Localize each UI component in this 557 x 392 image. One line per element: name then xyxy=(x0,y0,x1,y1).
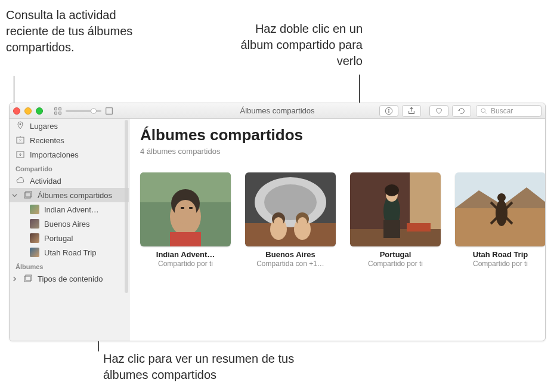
share-button[interactable] xyxy=(402,105,421,117)
svg-rect-24 xyxy=(170,232,201,246)
sidebar-item-imports[interactable]: Importaciones xyxy=(10,147,129,162)
share-icon xyxy=(407,107,416,115)
svg-rect-2 xyxy=(55,112,57,114)
svg-point-28 xyxy=(264,184,317,220)
sidebar-item-recent[interactable]: Recientes xyxy=(10,133,129,147)
album-thumb-icon xyxy=(30,219,39,229)
chevron-down-icon[interactable] xyxy=(12,193,17,198)
callout-summary: Haz clic para ver un resumen de tus álbu… xyxy=(103,351,306,383)
svg-point-10 xyxy=(20,124,21,125)
search-field[interactable]: Buscar xyxy=(476,105,541,117)
album-thumbnail xyxy=(140,172,231,246)
svg-point-8 xyxy=(481,108,485,112)
info-icon xyxy=(385,107,393,115)
svg-point-41 xyxy=(385,184,399,196)
album-subtitle: Compartido por ti xyxy=(455,260,545,268)
svg-rect-23 xyxy=(189,207,193,209)
close-button[interactable] xyxy=(13,107,20,115)
album-thumb-icon xyxy=(30,248,39,257)
svg-rect-4 xyxy=(106,107,113,114)
window-body: Lugares Recientes Importaciones Comparti… xyxy=(10,119,545,341)
titlebar: Álbumes compartidos Buscar xyxy=(10,103,545,119)
svg-rect-1 xyxy=(59,107,61,110)
rotate-icon xyxy=(457,107,466,115)
album-card[interactable]: Buenos Aires Compartida con +1… xyxy=(245,172,336,268)
sidebar: Lugares Recientes Importaciones Comparti… xyxy=(10,119,129,341)
album-title: Utah Road Trip xyxy=(455,250,545,259)
svg-rect-22 xyxy=(181,207,184,209)
album-thumbnail xyxy=(455,172,545,246)
album-subtitle: Compartido por ti xyxy=(140,260,231,268)
rotate-button[interactable] xyxy=(452,105,471,117)
album-card[interactable]: Portugal Compartido por ti xyxy=(350,172,441,268)
minimize-button[interactable] xyxy=(24,107,32,115)
sidebar-shared-album[interactable]: Utah Road Trip xyxy=(10,245,129,260)
favorite-button[interactable] xyxy=(429,105,448,117)
sidebar-item-label: Indian Advent… xyxy=(44,205,99,214)
main-content: Álbumes compartidos 4 álbumes compartido… xyxy=(129,119,545,341)
album-title: Buenos Aires xyxy=(245,250,336,259)
svg-point-6 xyxy=(388,109,389,110)
album-image xyxy=(140,172,231,246)
clock-icon xyxy=(16,135,25,145)
albums-icon xyxy=(23,190,33,200)
svg-rect-38 xyxy=(407,223,431,232)
thumbnail-size-control[interactable] xyxy=(54,107,113,115)
page-subtitle: 4 álbumes compartidos xyxy=(140,147,534,156)
sidebar-item-label: Buenos Aires xyxy=(44,220,90,229)
window-title: Álbumes compartidos xyxy=(240,106,315,115)
grid-large-icon xyxy=(105,107,113,115)
album-image xyxy=(350,172,441,246)
svg-rect-42 xyxy=(383,220,400,238)
sidebar-item-label: Tipos de contenido xyxy=(38,274,103,283)
cloud-icon xyxy=(16,176,25,186)
stack-icon xyxy=(23,274,33,283)
sidebar-shared-album[interactable]: Indian Advent… xyxy=(10,202,129,217)
album-title: Portugal xyxy=(350,250,441,259)
info-button[interactable] xyxy=(379,105,398,117)
pin-icon xyxy=(16,121,25,131)
svg-rect-7 xyxy=(388,110,389,113)
album-title: Indian Advent… xyxy=(140,250,231,259)
sidebar-item-content-types[interactable]: Tipos de contenido xyxy=(10,271,129,286)
sidebar-shared-album[interactable]: Portugal xyxy=(10,231,129,245)
album-grid: Indian Advent… Compartido por ti xyxy=(140,172,534,268)
sidebar-header-shared: Compartido xyxy=(10,162,129,174)
zoom-button[interactable] xyxy=(36,107,43,115)
grid-small-icon xyxy=(54,107,62,115)
sidebar-item-places[interactable]: Lugares xyxy=(10,119,129,133)
sidebar-item-label: Importaciones xyxy=(30,150,79,159)
sidebar-scrollbar[interactable] xyxy=(125,120,128,293)
svg-point-33 xyxy=(274,217,283,228)
svg-rect-3 xyxy=(59,112,61,114)
page-title: Álbumes compartidos xyxy=(140,126,534,144)
sidebar-item-label: Utah Road Trip xyxy=(44,248,96,257)
search-icon xyxy=(480,107,487,115)
svg-rect-0 xyxy=(55,107,57,110)
album-thumbnail xyxy=(350,172,441,246)
album-image xyxy=(455,172,545,246)
import-icon xyxy=(16,150,25,159)
chevron-right-icon[interactable] xyxy=(12,276,17,282)
sidebar-item-label: Álbumes compartidos xyxy=(38,191,112,200)
sidebar-item-shared-albums[interactable]: Álbumes compartidos xyxy=(10,188,129,202)
album-card[interactable]: Utah Road Trip Compartido por ti xyxy=(455,172,545,268)
album-subtitle: Compartido por ti xyxy=(350,260,441,268)
search-placeholder: Buscar xyxy=(491,107,513,115)
svg-point-21 xyxy=(175,200,196,224)
album-thumbnail xyxy=(245,172,336,246)
album-subtitle: Compartida con +1… xyxy=(245,260,336,268)
sidebar-item-label: Recientes xyxy=(30,136,64,145)
sidebar-header-albums: Álbumes xyxy=(10,260,129,271)
slider-thumb[interactable] xyxy=(91,108,97,114)
sidebar-item-activity[interactable]: Actividad xyxy=(10,174,129,188)
sidebar-shared-album[interactable]: Buenos Aires xyxy=(10,217,129,231)
album-thumb-icon xyxy=(30,205,39,214)
heart-icon xyxy=(435,107,443,115)
callout-doubleclick: Haz doble clic en un álbum compartido pa… xyxy=(219,21,363,69)
album-card[interactable]: Indian Advent… Compartido por ti xyxy=(140,172,231,268)
svg-point-49 xyxy=(497,193,506,202)
sidebar-item-label: Portugal xyxy=(44,234,73,243)
album-thumb-icon xyxy=(30,233,39,243)
size-slider[interactable] xyxy=(66,110,101,112)
